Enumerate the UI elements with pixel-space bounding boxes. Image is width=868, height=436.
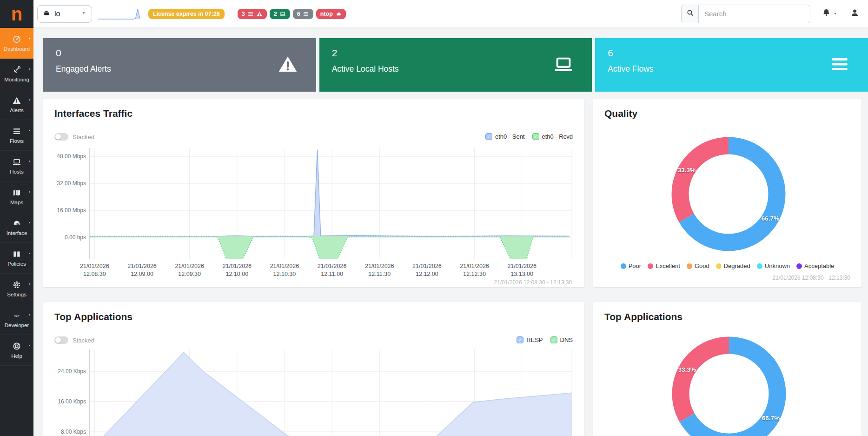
code-icon: </> bbox=[12, 311, 21, 320]
sidebar-item-help[interactable]: Help bbox=[0, 335, 33, 366]
legend-item-eth0-rcvd[interactable]: ✓eth0 - Rcvd bbox=[532, 133, 573, 140]
main-content: 0Engaged Alerts2Active Local Hosts6Activ… bbox=[33, 28, 868, 436]
sidebar-item-maps[interactable]: Maps bbox=[0, 181, 33, 212]
time-range-label: 21/01/2026 12:08:30 - 12:13:30 bbox=[773, 275, 850, 281]
bars-icon bbox=[12, 127, 21, 136]
legend-item-degraded[interactable]: Degraded bbox=[716, 262, 750, 269]
sidebar-item-label: Policies bbox=[7, 261, 26, 267]
search-button[interactable] bbox=[681, 5, 699, 23]
sidebar-item-label: Flows bbox=[10, 138, 24, 144]
svg-text:12:12:00: 12:12:00 bbox=[416, 271, 438, 277]
sidebar-item-label: Developer bbox=[5, 322, 29, 328]
chevron-right-icon bbox=[28, 67, 31, 71]
chevron-right-icon bbox=[28, 279, 31, 288]
interface-selector[interactable]: lo bbox=[37, 5, 92, 23]
chevron-right-icon bbox=[28, 252, 31, 255]
svg-text:13:13:00: 13:13:00 bbox=[510, 271, 533, 277]
stat-card-value: 6 bbox=[608, 47, 613, 59]
gauge-icon bbox=[12, 34, 21, 44]
legend-label: Good bbox=[695, 262, 709, 269]
legend-label: Unknown bbox=[765, 262, 790, 269]
svg-text:48.00 Mbps: 48.00 Mbps bbox=[57, 153, 86, 160]
legend-item-excellent[interactable]: Excellent bbox=[648, 262, 680, 269]
traffic-sparkline[interactable] bbox=[97, 7, 141, 21]
legend-item-unknown[interactable]: Unknown bbox=[757, 262, 790, 269]
search-group bbox=[681, 5, 810, 23]
chevron-right-icon bbox=[28, 34, 31, 42]
laptop-icon bbox=[279, 11, 286, 17]
top-applications-legend: ✓RESP✓DNS bbox=[517, 336, 573, 343]
chevron-right-icon bbox=[28, 187, 31, 195]
svg-text:21/01/2026: 21/01/2026 bbox=[412, 263, 442, 269]
stacked-toggle[interactable] bbox=[54, 133, 68, 141]
satellite-dish-icon bbox=[12, 65, 21, 74]
stacked-toggle[interactable] bbox=[54, 336, 68, 344]
legend-item-acceptable[interactable]: Acceptable bbox=[796, 262, 834, 269]
legend-label: eth0 - Rcvd bbox=[542, 133, 573, 140]
svg-text:16.00 Kbps: 16.00 Kbps bbox=[58, 398, 86, 405]
sidebar-item-policies[interactable]: Policies bbox=[0, 243, 33, 274]
quality-card: Quality 66.7%33.3% PoorExcellentGoodDegr… bbox=[593, 99, 861, 287]
top-applications-donut-chart: 66.7%33.3% bbox=[593, 330, 861, 436]
svg-text:32.00 Mbps: 32.00 Mbps bbox=[57, 180, 86, 187]
notifications-menu[interactable] bbox=[822, 8, 838, 20]
warning-triangle-icon bbox=[12, 96, 21, 105]
sidebar-item-interface[interactable]: Interface bbox=[0, 212, 33, 243]
chevron-right-icon bbox=[28, 160, 31, 163]
legend-item-dns[interactable]: ✓DNS bbox=[550, 336, 573, 343]
svg-text:</>: </> bbox=[14, 314, 20, 318]
laptop-icon bbox=[553, 54, 574, 75]
bars-icon bbox=[829, 54, 850, 75]
quality-donut-chart: 66.7%33.3% bbox=[593, 125, 861, 260]
legend-checkbox[interactable]: ✓ bbox=[550, 336, 557, 343]
sidebar-item-dashboard[interactable]: Dashboard bbox=[0, 28, 33, 59]
svg-text:66.7%: 66.7% bbox=[762, 215, 779, 222]
ethernet-icon bbox=[42, 9, 51, 19]
legend-checkbox[interactable]: ✓ bbox=[532, 133, 539, 140]
sidebar-item-flows[interactable]: Flows bbox=[0, 120, 33, 151]
svg-text:12:08:30: 12:08:30 bbox=[83, 271, 106, 277]
ntop-logo[interactable]: n bbox=[0, 0, 33, 28]
stat-card-value: 0 bbox=[56, 47, 61, 59]
alert-badge-3[interactable]: 3 bbox=[238, 9, 267, 19]
svg-text:0.00 bps: 0.00 bps bbox=[65, 234, 86, 241]
chevron-down-icon bbox=[833, 10, 838, 18]
chevron-right-icon bbox=[28, 282, 31, 286]
sidebar-item-monitoring[interactable]: Monitoring bbox=[0, 59, 33, 89]
license-badge[interactable]: License expires in 07:26 bbox=[148, 9, 225, 19]
alert-badge-2[interactable]: 2 bbox=[270, 9, 290, 19]
stacked-toggle-label: Stacked bbox=[73, 134, 94, 141]
alert-badge-6[interactable]: 6 bbox=[293, 9, 313, 19]
sidebar-item-alerts[interactable]: Alerts bbox=[0, 89, 33, 120]
alert-badge-count: ntop bbox=[320, 11, 333, 17]
sidebar-item-hosts[interactable]: Hosts bbox=[0, 151, 33, 181]
svg-text:12:09:30: 12:09:30 bbox=[178, 271, 201, 277]
quality-legend: PoorExcellentGoodDegradedUnknownAcceptab… bbox=[593, 262, 861, 269]
top-header: lo License expires in 07:26 326ntop bbox=[33, 0, 868, 28]
legend-checkbox[interactable]: ✓ bbox=[485, 133, 492, 140]
legend-checkbox[interactable]: ✓ bbox=[517, 336, 523, 343]
svg-text:24.00 Kbps: 24.00 Kbps bbox=[58, 368, 86, 375]
search-input[interactable] bbox=[699, 5, 810, 23]
life-ring-icon bbox=[12, 342, 21, 351]
user-icon bbox=[850, 11, 860, 19]
legend-item-good[interactable]: Good bbox=[687, 262, 709, 269]
alert-badge-ntop[interactable]: ntop bbox=[316, 9, 346, 19]
legend-label: DNS bbox=[560, 336, 573, 343]
stat-card-label: Engaged Alerts bbox=[56, 64, 111, 74]
warning-triangle-icon bbox=[277, 54, 298, 75]
sidebar-item-label: Alerts bbox=[10, 107, 23, 113]
user-menu[interactable] bbox=[850, 8, 860, 20]
bell-icon bbox=[822, 8, 831, 20]
legend-item-poor[interactable]: Poor bbox=[621, 262, 641, 269]
legend-item-eth0-sent[interactable]: ✓eth0 - Sent bbox=[485, 133, 525, 140]
chevron-right-icon bbox=[28, 64, 31, 73]
sidebar-nav: DashboardMonitoringAlertsFlowsHostsMapsI… bbox=[0, 28, 33, 366]
svg-text:21/01/2026: 21/01/2026 bbox=[270, 263, 299, 269]
legend-label: Poor bbox=[629, 262, 641, 269]
sidebar-item-developer[interactable]: </>Developer bbox=[0, 304, 33, 335]
stat-card-label: Active Local Hosts bbox=[332, 64, 399, 74]
legend-item-resp[interactable]: ✓RESP bbox=[517, 336, 543, 343]
chevron-right-icon bbox=[28, 221, 31, 224]
sidebar-item-settings[interactable]: Settings bbox=[0, 274, 33, 304]
